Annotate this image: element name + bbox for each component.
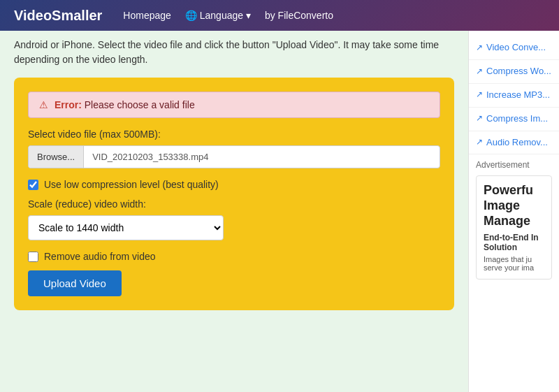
homepage-link[interactable]: Homepage (123, 10, 171, 21)
error-icon: ⚠ (39, 99, 48, 110)
sidebar-label-5: Audio Remov... (486, 137, 548, 149)
sidebar: ↗ Video Conve... ↗ Compress Wo... ↗ Incr… (468, 31, 559, 392)
error-message: Please choose a valid file (85, 99, 195, 110)
advertisement-section: Advertisement Powerfu Image Manage End-t… (469, 154, 559, 285)
error-label: Error: (55, 99, 82, 110)
remove-audio-label[interactable]: Remove audio from video (44, 251, 156, 262)
sidebar-label-4: Compress Im... (486, 113, 548, 125)
site-header: VideoSmaller Homepage 🌐 Language ▾ by Fi… (0, 0, 559, 31)
content-area: Android or iPhone. Select the video file… (0, 31, 468, 392)
main-nav: Homepage 🌐 Language ▾ by FileConverto (123, 10, 333, 21)
remove-audio-checkbox[interactable] (28, 252, 38, 262)
upload-button[interactable]: Upload Video (28, 270, 122, 296)
remove-audio-row: Remove audio from video (28, 251, 440, 262)
low-compression-checkbox[interactable] (28, 180, 38, 190)
external-link-icon-3: ↗ (476, 89, 483, 101)
file-select-label: Select video file (max 500MB): (28, 129, 440, 140)
external-link-icon-4: ↗ (476, 113, 483, 124)
sidebar-item-compress-image[interactable]: ↗ Compress Im... (469, 108, 559, 131)
intro-text: Android or iPhone. Select the video file… (14, 38, 454, 67)
ad-card: Powerfu Image Manage End-to-End In Solut… (476, 175, 552, 280)
external-link-icon-5: ↗ (476, 137, 483, 148)
language-dropdown[interactable]: 🌐 Language ▾ (185, 10, 251, 21)
scale-select[interactable]: Scale to 1440 width Scale to 1280 width … (28, 215, 224, 240)
sidebar-label-1: Video Conve... (486, 42, 546, 54)
sidebar-label-3: Increase MP3... (486, 89, 550, 101)
file-name-display: VID_20210203_153338.mp4 (84, 146, 440, 168)
ad-text: Images that ju serve your ima (484, 255, 544, 272)
ad-subtitle: End-to-End In Solution (484, 233, 544, 252)
sidebar-item-increase-mp3[interactable]: ↗ Increase MP3... (469, 84, 559, 108)
fileconverto-link[interactable]: by FileConverto (265, 10, 333, 21)
sidebar-label-2: Compress Wo... (486, 66, 551, 78)
advertisement-label: Advertisement (476, 160, 552, 170)
file-input-row: Browse... VID_20210203_153338.mp4 (28, 145, 440, 168)
error-box: ⚠ Error: Please choose a valid file (28, 92, 440, 118)
ad-title: Powerfu Image Manage (484, 183, 544, 228)
main-layout: Android or iPhone. Select the video file… (0, 31, 559, 392)
sidebar-item-video-converter[interactable]: ↗ Video Conve... (469, 36, 559, 60)
external-link-icon-2: ↗ (476, 66, 483, 78)
sidebar-item-compress-word[interactable]: ↗ Compress Wo... (469, 60, 559, 84)
external-link-icon-1: ↗ (476, 43, 483, 54)
browse-button[interactable]: Browse... (29, 146, 84, 168)
low-compression-label[interactable]: Use low compression level (best quality) (44, 179, 219, 190)
sidebar-item-audio-remove[interactable]: ↗ Audio Remov... (469, 131, 559, 155)
site-logo[interactable]: VideoSmaller (14, 8, 102, 24)
upload-card: ⚠ Error: Please choose a valid file Sele… (14, 78, 454, 310)
scale-label: Scale (reduce) video width: (28, 198, 440, 210)
low-compression-row: Use low compression level (best quality) (28, 179, 440, 190)
